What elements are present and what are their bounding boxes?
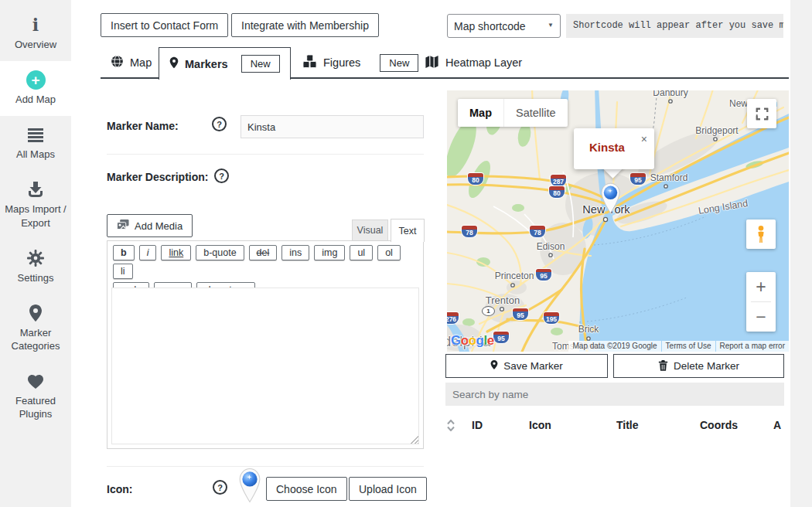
quicktag-bquote-button[interactable]: b-quote: [196, 245, 244, 260]
google-map[interactable]: Danbury New Haven Bridgeport Stamford Ne…: [447, 90, 789, 352]
map-place-label: Stamford: [650, 172, 688, 183]
tab-map[interactable]: Map: [111, 48, 152, 77]
zoom-out-button[interactable]: −: [746, 302, 776, 332]
google-logo-letter: o: [461, 333, 469, 348]
sidebar-item-featured-plugins[interactable]: Featured Plugins: [0, 362, 71, 430]
help-icon[interactable]: ?: [212, 117, 227, 131]
street-view-pegman[interactable]: [746, 219, 776, 249]
quicktag-bold-button[interactable]: b: [113, 245, 135, 260]
fullscreen-icon: [756, 107, 769, 121]
route-shield: 78: [462, 226, 477, 237]
folded-map-icon: [425, 55, 439, 71]
marker-pin-icon: [169, 56, 179, 71]
map-pin-icon: [2, 304, 69, 322]
route-shield: 95: [493, 332, 509, 343]
sort-icon[interactable]: [447, 420, 455, 434]
markers-new-badge[interactable]: New: [241, 55, 280, 73]
upload-icon-button[interactable]: Upload Icon: [349, 477, 427, 501]
delete-marker-button[interactable]: Delete Marker: [613, 354, 784, 378]
google-logo: Google: [451, 333, 494, 349]
description-textarea[interactable]: [111, 288, 419, 444]
report-map-error-link[interactable]: Report a map error: [716, 341, 789, 352]
save-marker-button[interactable]: Save Marker: [445, 354, 608, 378]
marker-name-label: Marker Name:: [107, 120, 179, 132]
search-input[interactable]: [445, 383, 784, 406]
fullscreen-button[interactable]: [747, 99, 776, 128]
resize-handle[interactable]: [410, 435, 418, 444]
map-info-window: Kinsta ×: [574, 128, 654, 169]
figures-new-badge[interactable]: New: [380, 54, 418, 72]
map-type-satellite-button[interactable]: Satellite: [503, 99, 568, 127]
quicktag-li-button[interactable]: li: [113, 264, 133, 279]
sidebar-item-maps-import-export[interactable]: Maps Import / Export: [0, 171, 71, 239]
quicktag-img-button[interactable]: img: [314, 245, 345, 260]
sidebar-item-settings[interactable]: Settings: [0, 240, 71, 294]
choose-icon-button[interactable]: Choose Icon: [266, 477, 347, 501]
google-logo-letter: o: [469, 333, 476, 348]
zoom-in-button[interactable]: +: [746, 272, 776, 301]
route-shield: 95: [513, 308, 528, 320]
quicktag-link-button[interactable]: link: [161, 245, 191, 260]
help-icon[interactable]: ?: [214, 168, 229, 183]
marker-description-label: Marker Description:: [107, 171, 208, 183]
add-media-button[interactable]: Add Media: [107, 214, 193, 237]
map-type-map-button[interactable]: Map: [458, 99, 503, 127]
heart-icon: [2, 372, 69, 390]
column-header-icon[interactable]: Icon: [529, 419, 551, 431]
sidebar-item-label: All Maps: [2, 148, 69, 161]
sidebar-item-add-map[interactable]: + Add Map: [0, 61, 71, 116]
route-shield: 95: [630, 173, 646, 185]
zoom-control: + −: [746, 272, 776, 332]
tab-markers-label: Markers: [185, 58, 228, 70]
globe-icon: [111, 55, 124, 70]
column-header-coords[interactable]: Coords: [700, 419, 738, 431]
save-marker-label: Save Marker: [503, 360, 563, 372]
divider: [107, 154, 424, 155]
sidebar-item-label: Overview: [2, 38, 69, 51]
editor-tab-text[interactable]: Text: [391, 219, 425, 242]
map-data-text: Map data ©2019 Google: [568, 341, 660, 352]
delete-marker-label: Delete Marker: [674, 360, 739, 372]
quicktag-ul-button[interactable]: ul: [350, 245, 373, 260]
route-shield: 287: [551, 175, 566, 186]
google-logo-letter: e: [487, 333, 494, 348]
tab-figures[interactable]: Figures New: [302, 48, 418, 77]
column-header-id[interactable]: ID: [472, 419, 483, 431]
route-shield: 80: [549, 186, 565, 198]
description-editor: bilinkb-quotedelinsimgulolli codemoreclo…: [107, 240, 424, 449]
close-icon[interactable]: ×: [641, 133, 647, 145]
list-icon: [2, 125, 69, 144]
sidebar-item-all-maps[interactable]: All Maps: [0, 116, 71, 171]
quicktag-ol-button[interactable]: ol: [377, 245, 401, 260]
sidebar-item-overview[interactable]: i Overview: [0, 6, 71, 61]
marker-name-input[interactable]: [241, 115, 424, 138]
gear-icon: [2, 249, 69, 267]
help-icon[interactable]: ?: [213, 480, 227, 495]
quicktag-italic-button[interactable]: i: [139, 245, 157, 260]
quicktag-del-button[interactable]: del: [249, 245, 278, 260]
wp-maps-plugin-page: i Overview + Add Map All Maps Maps Impor…: [0, 0, 812, 507]
tab-markers[interactable]: Markers New: [159, 47, 291, 80]
map-attribution: Map data ©2019 Google Terms of Use Repor…: [568, 341, 789, 352]
column-header-title[interactable]: Title: [616, 419, 639, 431]
quicktag-ins-button[interactable]: ins: [281, 245, 309, 260]
insert-to-contact-form-button[interactable]: Insert to Contact Form: [101, 13, 228, 37]
marker-icon-preview: [238, 468, 261, 505]
tab-heatmap-layer[interactable]: Heatmap Layer: [425, 48, 522, 77]
route-shield: 80: [468, 173, 483, 185]
integrate-with-membership-button[interactable]: Integrate with Membership: [231, 13, 379, 37]
terms-of-use-link[interactable]: Terms of Use: [662, 341, 715, 352]
map-marker-pin[interactable]: [600, 182, 621, 216]
sidebar-item-marker-categories[interactable]: Marker Categories: [0, 294, 71, 362]
route-shield: 195: [544, 312, 559, 324]
sidebar-item-label: Maps Import / Export: [2, 202, 69, 229]
map-shortcode-select[interactable]: Map shortcode: [447, 14, 561, 38]
divider: [107, 466, 424, 467]
tab-heatmap-label: Heatmap Layer: [445, 56, 522, 69]
map-place-label: Trenton: [486, 294, 520, 306]
sidebar-item-label: Add Map: [2, 93, 69, 106]
column-header-action[interactable]: A: [773, 419, 781, 431]
editor-tab-visual[interactable]: Visual: [352, 219, 388, 240]
plus-circle-icon: +: [2, 70, 69, 89]
shortcode-field[interactable]: Shortcode will appear after you save ma: [566, 14, 783, 38]
